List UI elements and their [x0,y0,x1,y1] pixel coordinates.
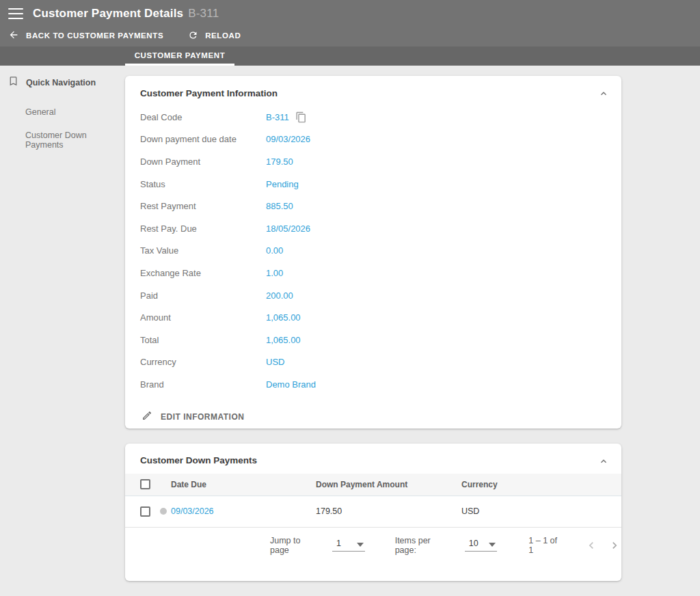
chevron-left-icon [584,544,598,554]
dropdown-caret-icon [489,543,496,547]
field-tax-value: Tax Value 0.00 [140,240,621,262]
info-card-collapse-button[interactable] [597,87,610,103]
dropdown-caret-icon [357,543,364,547]
copy-icon [295,115,307,125]
field-down-payment-due-date: Down payment due date 09/03/2026 [140,128,621,151]
row-checkbox[interactable] [140,506,150,517]
page-subtitle: B-311 [188,7,219,20]
sidebar-title: Quick Navigation [26,78,96,87]
field-exchange-rate: Exchange Rate 1.00 [140,262,621,284]
topbar: Customer Payment DetailsB-311 BACK TO CU… [0,0,700,46]
reload-icon [188,30,198,42]
customer-down-payments-card: Customer Down Payments Date Due Down Pay… [125,444,621,581]
field-currency: Currency USD [140,351,621,374]
sidebar-item-customer-down-payments[interactable]: Customer Down Payments [25,131,125,150]
select-all-checkbox[interactable] [140,479,150,489]
row-date-due-link[interactable]: 09/03/2026 [171,506,316,516]
table-header-row: Date Due Down Payment Amount Currency [125,474,621,496]
reload-button[interactable]: RELOAD [188,30,241,42]
column-header-currency: Currency [461,480,621,489]
field-amount: Amount 1,065.00 [140,306,621,329]
down-payments-card-title: Customer Down Payments [140,455,257,465]
copy-button[interactable] [295,111,307,123]
menu-icon[interactable] [8,8,23,19]
status-dot-icon [160,508,167,515]
edit-information-button[interactable]: EDIT INFORMATION [135,405,251,429]
quick-navigation-sidebar: Quick Navigation General Customer Down P… [0,66,125,596]
back-button[interactable]: BACK TO CUSTOMER PAYMENTS [8,29,163,42]
field-paid: Paid 200.00 [140,284,621,307]
field-deal-code: Deal Code B-311 [140,106,621,128]
jump-to-page-select[interactable]: 1 [332,539,365,552]
down-payments-collapse-button[interactable] [597,455,610,470]
field-brand: Brand Demo Brand [140,373,621,396]
chevron-up-icon [598,459,609,469]
table-row: 09/03/2026 179.50 USD [125,496,621,528]
jump-to-page-label: Jump to page [270,536,321,555]
field-status: Status Pending [140,173,621,195]
items-per-page-label: Items per page: [395,536,454,555]
main-content: Customer Payment Information Deal Code B… [125,66,700,596]
pagination-bar: Jump to page 1 Items per page: 10 1 – 1 … [125,528,621,563]
info-fields: Deal Code B-311 Down payment due date 09… [125,106,621,396]
row-currency: USD [461,506,621,516]
customer-payment-information-card: Customer Payment Information Deal Code B… [125,76,621,429]
field-rest-pay-due: Rest Pay. Due 18/05/2026 [140,217,621,240]
pagination-range: 1 – 1 of 1 [528,536,564,555]
next-page-button[interactable] [608,539,621,552]
info-card-title: Customer Payment Information [140,88,278,98]
chevron-right-icon [608,544,621,554]
arrow-left-icon [8,29,19,42]
items-per-page-select[interactable]: 10 [465,539,498,552]
page-title: Customer Payment DetailsB-311 [33,7,219,21]
sidebar-item-general[interactable]: General [25,107,125,117]
previous-page-button[interactable] [584,539,598,552]
column-header-down-payment-amount: Down Payment Amount [316,480,461,489]
app-header: Customer Payment DetailsB-311 BACK TO CU… [0,0,700,66]
pencil-icon [142,410,161,423]
field-total: Total 1,065.00 [140,329,621,351]
field-rest-payment: Rest Payment 885.50 [140,195,621,217]
column-header-date-due: Date Due [171,480,316,489]
bookmark-icon [8,75,19,90]
chevron-up-icon [598,91,609,101]
tab-customer-payment[interactable]: CUSTOMER PAYMENT [125,46,234,66]
row-down-payment-amount: 179.50 [316,506,461,516]
field-down-payment: Down Payment 179.50 [140,150,621,173]
tab-bar: CUSTOMER PAYMENT [0,46,700,66]
